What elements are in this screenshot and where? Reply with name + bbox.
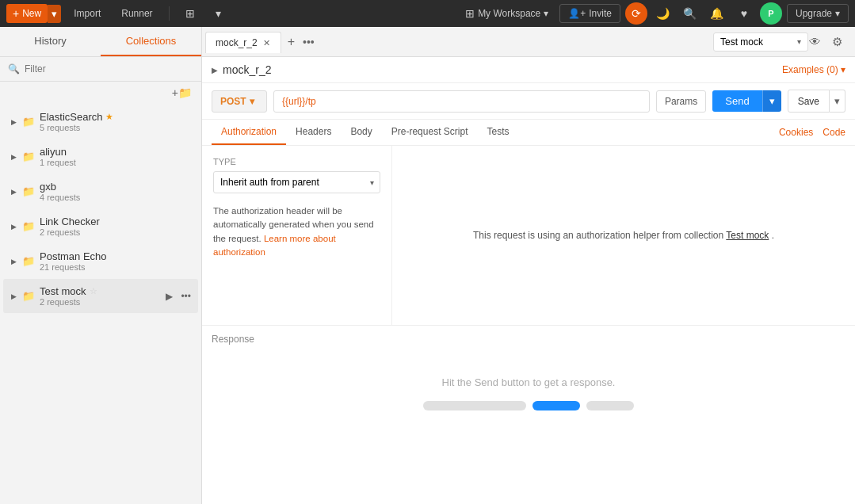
folder-icon: 📁 bbox=[22, 185, 35, 197]
runner-button[interactable]: Runner bbox=[113, 5, 160, 22]
request-tab[interactable]: mock_r_2 ✕ bbox=[205, 32, 281, 53]
examples-button[interactable]: Examples (0) ▾ bbox=[782, 64, 845, 75]
auth-body: TYPE Inherit auth from parent No Auth Be… bbox=[202, 146, 855, 325]
collection-arrow-right[interactable]: ▶ bbox=[163, 290, 175, 303]
request-title-row: ▶ mock_r_2 bbox=[212, 63, 271, 76]
star-icon: ★ bbox=[105, 112, 113, 122]
collection-item[interactable]: ▶ 📁 Link Checker 2 requests bbox=[3, 209, 198, 243]
type-label: TYPE bbox=[213, 157, 380, 166]
avatar[interactable]: P bbox=[760, 2, 782, 25]
auth-left-panel: TYPE Inherit auth from parent No Auth Be… bbox=[202, 146, 392, 325]
invite-label: Invite bbox=[589, 8, 612, 19]
collection-info: Postman Echo 21 requests bbox=[40, 250, 190, 272]
import-button[interactable]: Import bbox=[66, 5, 109, 22]
url-input[interactable] bbox=[273, 90, 650, 113]
star-empty-icon: ☆ bbox=[90, 286, 97, 296]
new-dropdown-arrow[interactable]: ▾ bbox=[48, 5, 61, 23]
new-button[interactable]: + New bbox=[6, 4, 48, 23]
settings-icon-button[interactable]: ⚙ bbox=[829, 33, 845, 51]
folder-icon: 📁 bbox=[22, 116, 35, 128]
tabs-bar: mock_r_2 ✕ + ••• Test mock ▾ 👁 ⚙ bbox=[202, 27, 855, 57]
auth-right-panel: This request is using an authorization h… bbox=[392, 146, 855, 325]
tab-history[interactable]: History bbox=[0, 27, 101, 56]
auth-note: The authorization header will be automat… bbox=[213, 204, 380, 259]
tab-collections[interactable]: Collections bbox=[101, 27, 201, 56]
send-button[interactable]: Send bbox=[712, 90, 761, 112]
save-button[interactable]: Save bbox=[788, 90, 830, 113]
tab-authorization[interactable]: Authorization bbox=[212, 120, 286, 145]
tab-more-button[interactable]: ••• bbox=[300, 36, 318, 48]
nav-separator bbox=[169, 6, 170, 21]
collection-count: 2 requests bbox=[40, 227, 190, 237]
tab-close-button[interactable]: ✕ bbox=[262, 38, 271, 48]
type-select[interactable]: Inherit auth from parent No Auth Bearer … bbox=[213, 171, 380, 193]
collection-info: ElasticSearch ★ 5 requests bbox=[40, 111, 190, 132]
sync-button[interactable]: ⟳ bbox=[625, 2, 647, 25]
collection-count: 5 requests bbox=[40, 123, 190, 132]
chevron-right-icon: ▶ bbox=[11, 292, 19, 300]
heart-icon-button[interactable]: ♥ bbox=[733, 2, 755, 25]
chevron-right-icon: ▶ bbox=[11, 258, 19, 265]
sidebar-tabs: History Collections bbox=[0, 27, 201, 57]
code-link[interactable]: Code bbox=[823, 127, 845, 138]
test-mock-collection-link[interactable]: Test mock bbox=[726, 230, 769, 241]
sidebar-actions: +📁 bbox=[0, 82, 201, 104]
invite-button[interactable]: 👤+ Invite bbox=[559, 4, 620, 23]
send-btn-group: Send ▾ bbox=[712, 90, 781, 112]
search-icon-button[interactable]: 🔍 bbox=[679, 2, 701, 25]
right-links: Cookies Code bbox=[779, 127, 855, 138]
chevron-right-icon: ▶ bbox=[11, 153, 19, 161]
collection-list: ▶ 📁 ElasticSearch ★ 5 requests ▶ 📁 aliyu… bbox=[0, 104, 201, 504]
folder-icon: 📁 bbox=[22, 255, 35, 267]
add-tab-button[interactable]: + bbox=[283, 35, 300, 49]
save-dropdown-button[interactable]: ▾ bbox=[830, 90, 845, 113]
collection-count: 1 request bbox=[40, 158, 190, 167]
collection-item[interactable]: ▶ 📁 aliyun 1 request bbox=[3, 139, 198, 174]
send-dropdown-button[interactable]: ▾ bbox=[762, 90, 781, 112]
collection-count: 4 requests bbox=[40, 193, 190, 202]
placeholder-bars bbox=[423, 401, 634, 410]
plus-icon: + bbox=[13, 7, 19, 20]
url-bar: POST ▾ Params Send ▾ Save ▾ bbox=[202, 83, 855, 120]
auth-info-text: This request is using an authorization h… bbox=[473, 230, 774, 241]
eye-icon-button[interactable]: 👁 bbox=[806, 33, 824, 50]
sidebar: History Collections 🔍 +📁 ▶ 📁 ElasticSear… bbox=[0, 27, 202, 504]
upgrade-button[interactable]: Upgrade ▾ bbox=[787, 4, 849, 23]
placeholder-bar-long bbox=[423, 401, 526, 410]
search-input[interactable] bbox=[25, 63, 193, 74]
env-select[interactable]: Test mock bbox=[713, 32, 808, 52]
collection-item[interactable]: ▶ 📁 ElasticSearch ★ 5 requests bbox=[3, 105, 198, 139]
collection-name: ElasticSearch bbox=[40, 111, 102, 123]
collection-info: gxb 4 requests bbox=[40, 181, 190, 202]
method-select[interactable]: POST ▾ bbox=[212, 90, 267, 113]
tab-body[interactable]: Body bbox=[341, 120, 381, 145]
sidebar-search-bar: 🔍 bbox=[0, 57, 201, 82]
upgrade-label: Upgrade bbox=[796, 8, 832, 19]
layout-button[interactable]: ⊞ bbox=[177, 4, 203, 23]
tab-pre-request-script[interactable]: Pre-request Script bbox=[382, 120, 478, 145]
collection-name: Link Checker bbox=[40, 216, 190, 227]
collection-name: gxb bbox=[40, 181, 190, 193]
collection-info: Link Checker 2 requests bbox=[40, 216, 190, 237]
main-layout: History Collections 🔍 +📁 ▶ 📁 ElasticSear… bbox=[0, 27, 855, 504]
collection-item[interactable]: ▶ 📁 Postman Echo 21 requests bbox=[3, 244, 198, 278]
auth-info-suffix: . bbox=[772, 230, 774, 241]
params-button[interactable]: Params bbox=[656, 90, 706, 113]
tab-headers[interactable]: Headers bbox=[286, 120, 341, 145]
new-collection-button[interactable]: +📁 bbox=[169, 85, 195, 101]
workspace-button[interactable]: ⊞ My Workspace ▾ bbox=[459, 4, 555, 23]
bell-icon-button[interactable]: 🔔 bbox=[706, 2, 728, 25]
response-section: Response Hit the Send button to get a re… bbox=[202, 325, 855, 505]
main-content: mock_r_2 ✕ + ••• Test mock ▾ 👁 ⚙ ▶ mock_ bbox=[202, 27, 855, 504]
collection-more-button[interactable]: ••• bbox=[178, 290, 193, 303]
collection-item[interactable]: ▶ 📁 gxb 4 requests bbox=[3, 174, 198, 208]
collection-item-test-mock[interactable]: ▶ 📁 Test mock ☆ 2 requests ▶ ••• bbox=[3, 279, 198, 313]
request-name: mock_r_2 bbox=[223, 63, 271, 76]
save-btn-group: Save ▾ bbox=[788, 90, 845, 113]
more-button[interactable]: ▾ bbox=[208, 4, 229, 23]
tab-tests[interactable]: Tests bbox=[477, 120, 518, 145]
workspace-label: My Workspace bbox=[478, 8, 540, 19]
cookies-link[interactable]: Cookies bbox=[779, 127, 813, 138]
moon-icon-button[interactable]: 🌙 bbox=[652, 2, 674, 25]
collection-name: Postman Echo bbox=[40, 250, 190, 262]
